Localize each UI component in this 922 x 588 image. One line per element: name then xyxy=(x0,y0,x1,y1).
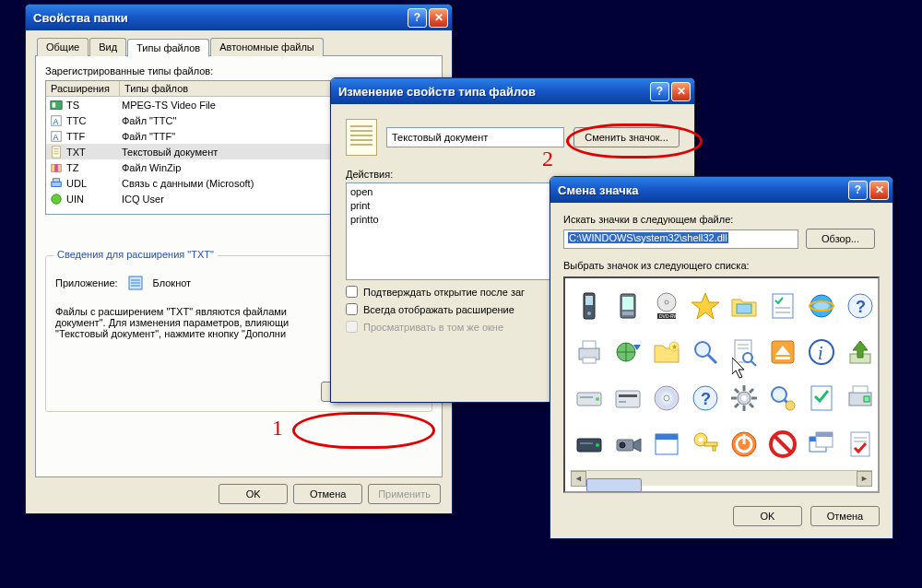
window-copy-icon[interactable] xyxy=(803,422,840,466)
svg-text:DVD·RW: DVD·RW xyxy=(659,313,678,319)
pda-icon[interactable] xyxy=(609,284,646,328)
ok-button[interactable]: OK xyxy=(219,484,288,504)
svg-point-64 xyxy=(664,395,669,401)
ok-button[interactable]: OK xyxy=(733,506,802,526)
info-icon[interactable]: i xyxy=(803,330,840,374)
confirm-open-checkbox[interactable] xyxy=(346,286,358,298)
icon-grid-container: DVD·RW?★i? ◄ ► xyxy=(563,276,880,493)
titlebar[interactable]: Изменение свойств типа файлов ? ✕ xyxy=(331,78,694,104)
svg-rect-94 xyxy=(704,442,717,446)
icon-grid[interactable]: DVD·RW?★i? xyxy=(571,284,872,466)
path-input[interactable]: C:\WINDOWS\system32\shell32.dll xyxy=(563,229,798,249)
window-icon[interactable] xyxy=(648,422,685,466)
folder-new-icon[interactable]: ★ xyxy=(648,330,685,374)
application-label: Приложение: xyxy=(55,277,118,288)
svg-rect-62 xyxy=(619,401,626,403)
help-button[interactable]: ? xyxy=(408,8,427,28)
window-title: Свойства папки xyxy=(33,11,406,25)
document-check-icon[interactable] xyxy=(842,422,879,466)
browse-button[interactable]: Обзор... xyxy=(806,229,875,249)
svg-rect-1 xyxy=(53,102,56,107)
svg-point-79 xyxy=(786,401,795,410)
datalink-icon xyxy=(50,177,63,190)
svg-text:A: A xyxy=(53,132,59,141)
change-icon-button[interactable]: Сменить значок... xyxy=(573,127,680,147)
svg-line-50 xyxy=(751,361,756,366)
svg-point-89 xyxy=(620,442,625,448)
magnifier-gear-icon[interactable] xyxy=(764,376,801,420)
groupbox-title: Сведения для расширения "TXT" xyxy=(53,249,218,260)
path-label: Искать значки в следующем файле: xyxy=(563,214,880,225)
help-icon[interactable]: ? xyxy=(687,376,724,420)
same-window-checkbox xyxy=(346,321,358,333)
magnifier-icon[interactable] xyxy=(687,330,724,374)
video-icon xyxy=(50,99,63,112)
tab-general[interactable]: Общие xyxy=(37,38,89,56)
cancel-button[interactable]: Отмена xyxy=(293,484,362,504)
svg-line-75 xyxy=(750,389,753,393)
svg-rect-104 xyxy=(816,432,833,437)
type-name-input[interactable] xyxy=(386,127,564,147)
star-icon[interactable] xyxy=(687,284,724,328)
scroll-right-button[interactable]: ► xyxy=(857,471,872,487)
close-button[interactable]: ✕ xyxy=(869,181,889,200)
close-button[interactable]: ✕ xyxy=(671,82,691,101)
ie-icon[interactable] xyxy=(803,284,840,328)
checkbox-label: Просматривать в том же окне xyxy=(363,322,503,333)
tab-file-types[interactable]: Типы файлов xyxy=(127,39,209,57)
svg-marker-88 xyxy=(633,439,641,452)
folder-picture-icon[interactable] xyxy=(726,284,762,328)
svg-line-72 xyxy=(735,389,739,393)
gear-icon[interactable] xyxy=(726,376,762,420)
apply-button[interactable]: Применить xyxy=(368,484,441,504)
no-entry-icon[interactable] xyxy=(764,422,801,466)
cancel-button[interactable]: Отмена xyxy=(810,506,880,526)
scroll-left-button[interactable]: ◄ xyxy=(571,471,586,487)
close-button[interactable]: ✕ xyxy=(429,8,448,28)
svg-rect-13 xyxy=(53,178,60,182)
power-icon[interactable] xyxy=(726,422,762,466)
svg-rect-6 xyxy=(53,146,61,157)
horizontal-scrollbar[interactable]: ◄ ► xyxy=(571,470,872,486)
tab-offline-files[interactable]: Автономные файлы xyxy=(210,38,324,56)
window-title: Смена значка xyxy=(558,183,846,197)
cd-icon[interactable] xyxy=(648,376,685,420)
svg-rect-20 xyxy=(585,296,593,305)
drive-slot-icon[interactable] xyxy=(609,376,646,420)
eject-icon[interactable] xyxy=(764,330,801,374)
checklist-icon[interactable] xyxy=(764,284,801,328)
help-button[interactable]: ? xyxy=(650,82,669,101)
font-icon: A xyxy=(50,114,63,127)
svg-text:i: i xyxy=(818,343,823,363)
printer-fax-icon[interactable] xyxy=(842,376,879,420)
titlebar[interactable]: Свойства папки ? ✕ xyxy=(26,5,452,30)
svg-rect-39 xyxy=(583,341,596,348)
note-check-icon[interactable] xyxy=(803,376,840,420)
phone-icon[interactable] xyxy=(571,284,608,328)
upload-icon[interactable] xyxy=(842,330,879,374)
svg-rect-83 xyxy=(864,396,869,402)
svg-rect-30 xyxy=(737,304,751,313)
scrollbar-thumb[interactable] xyxy=(586,478,642,492)
svg-rect-12 xyxy=(52,182,62,186)
globe-arrow-icon[interactable] xyxy=(609,330,646,374)
checkbox-label: Подтверждать открытие после заг xyxy=(363,287,525,298)
document-search-icon[interactable] xyxy=(726,330,762,374)
list-label: Зарегистрированные типы файлов: xyxy=(45,65,432,76)
titlebar[interactable]: Смена значка ? ✕ xyxy=(550,177,892,203)
always-show-ext-checkbox[interactable] xyxy=(346,303,358,315)
change-icon-window: Смена значка ? ✕ Искать значки в следующ… xyxy=(550,176,893,539)
tab-view[interactable]: Вид xyxy=(89,38,126,56)
notepad-icon xyxy=(127,275,144,291)
drive-icon[interactable] xyxy=(571,376,608,420)
svg-text:?: ? xyxy=(701,390,711,408)
svg-rect-61 xyxy=(619,394,637,397)
help-shield-icon[interactable]: ? xyxy=(842,284,879,328)
printer-icon[interactable] xyxy=(571,330,608,374)
dvd-disc-icon[interactable]: DVD·RW xyxy=(648,284,685,328)
col-ext[interactable]: Расширения xyxy=(46,81,120,96)
key-icon[interactable] xyxy=(687,422,724,466)
help-button[interactable]: ? xyxy=(848,181,868,200)
camcorder-icon[interactable] xyxy=(609,422,646,466)
drive-dark-icon[interactable] xyxy=(571,422,608,466)
